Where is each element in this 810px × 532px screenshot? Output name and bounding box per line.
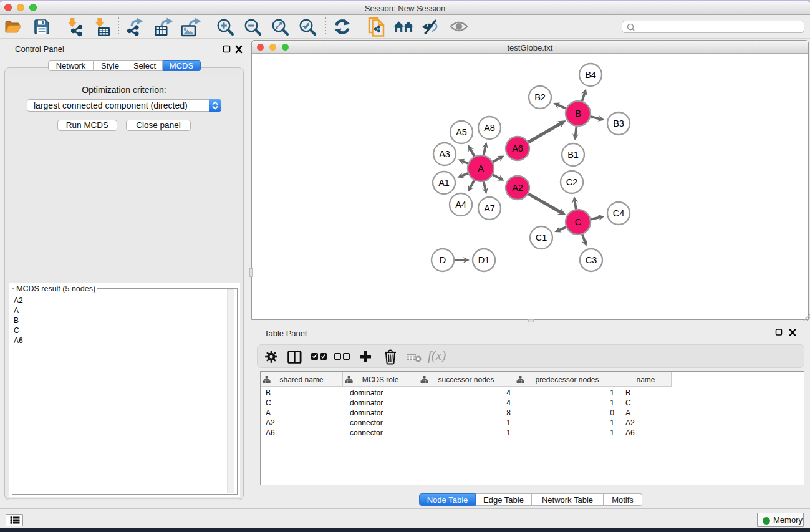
svg-text:A1: A1 xyxy=(438,178,450,188)
svg-text:A4: A4 xyxy=(455,200,466,210)
svg-text:D: D xyxy=(440,255,446,265)
svg-text:B3: B3 xyxy=(613,118,624,128)
svg-text:A5: A5 xyxy=(456,127,467,137)
svg-text:A2: A2 xyxy=(512,183,523,193)
svg-text:A3: A3 xyxy=(439,149,450,159)
svg-text:A7: A7 xyxy=(484,203,495,213)
svg-text:C4: C4 xyxy=(613,208,625,218)
svg-text:D1: D1 xyxy=(478,255,490,265)
svg-text:A6: A6 xyxy=(512,143,523,153)
svg-text:C2: C2 xyxy=(566,177,578,187)
svg-text:A8: A8 xyxy=(484,123,495,133)
svg-text:B: B xyxy=(575,109,581,118)
svg-text:B2: B2 xyxy=(534,92,546,102)
svg-text:C: C xyxy=(575,217,581,227)
svg-text:B4: B4 xyxy=(585,70,596,80)
svg-text:C1: C1 xyxy=(536,233,547,243)
svg-text:B1: B1 xyxy=(567,150,579,160)
svg-text:C3: C3 xyxy=(586,255,597,265)
svg-text:A: A xyxy=(478,163,484,173)
